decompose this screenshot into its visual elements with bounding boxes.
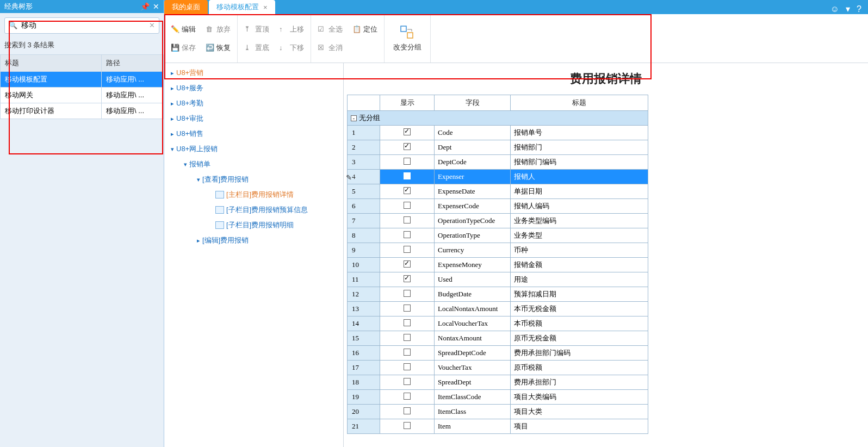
grid-row[interactable]: 17VoucherTax原币税额 xyxy=(348,361,648,375)
tree-item[interactable]: ▸U8+销售 xyxy=(164,126,343,141)
search-result-row[interactable]: 移动打印设计器移动应用\ ... xyxy=(1,103,164,119)
show-checkbox-cell[interactable] xyxy=(380,405,435,419)
checkbox-icon[interactable] xyxy=(404,246,411,253)
checkbox-icon[interactable] xyxy=(404,158,411,165)
grid-row[interactable]: 14LocalVoucherTax本币税额 xyxy=(348,316,648,331)
group-row[interactable]: -无分组 xyxy=(348,111,648,126)
grid-row[interactable]: 21Item项目 xyxy=(348,419,648,434)
collapse-icon[interactable]: - xyxy=(351,115,357,121)
checkbox-icon[interactable] xyxy=(404,202,411,209)
grid-row[interactable]: 6ExpenserCode报销人编码 xyxy=(348,199,648,214)
tree-item[interactable]: [子栏目]费用报销预算信息 xyxy=(164,202,343,218)
down-button[interactable]: ↓下移 xyxy=(276,41,307,55)
grid-row[interactable]: 7OperationTypeCode业务类型编码 xyxy=(348,214,648,228)
checkbox-icon[interactable] xyxy=(404,216,411,223)
show-checkbox-cell[interactable] xyxy=(380,287,435,302)
grid-row[interactable]: 5ExpenseDate单据日期 xyxy=(348,184,648,199)
save-button[interactable]: 💾保存 xyxy=(168,41,199,55)
show-checkbox-cell[interactable] xyxy=(380,361,435,375)
grid-row[interactable]: 2Dept报销部门 xyxy=(348,140,648,155)
grid-row[interactable]: 20ItemClass项目大类 xyxy=(348,405,648,419)
show-checkbox-cell[interactable] xyxy=(380,155,435,170)
search-result-row[interactable]: 移动模板配置移动应用\ ... xyxy=(1,72,164,88)
checkbox-icon[interactable] xyxy=(404,319,411,326)
tree-item[interactable]: ▸U8+服务 xyxy=(164,80,343,96)
show-checkbox-cell[interactable] xyxy=(380,214,435,228)
checkbox-icon[interactable] xyxy=(404,260,411,268)
discard-button[interactable]: 🗑放弃 xyxy=(202,22,234,36)
checkbox-icon[interactable] xyxy=(404,349,411,356)
grid-row[interactable]: 13LocalNontaxAmount本币无税金额 xyxy=(348,302,648,316)
help-icon[interactable]: ? xyxy=(857,4,861,14)
show-checkbox-cell[interactable] xyxy=(380,140,435,155)
show-checkbox-cell[interactable] xyxy=(380,302,435,316)
tab-移动模板配置[interactable]: 移动模板配置× xyxy=(209,0,275,14)
pin-icon[interactable]: 📌 xyxy=(140,2,150,11)
grid-row[interactable]: 4✎Expenser报销人 xyxy=(348,170,648,184)
checkbox-icon[interactable] xyxy=(404,422,411,429)
show-checkbox-cell[interactable] xyxy=(380,419,435,434)
search-result-row[interactable]: 移动网关移动应用\ ... xyxy=(1,88,164,103)
tree-caret-icon[interactable]: ▾ xyxy=(195,176,202,183)
checkbox-icon[interactable] xyxy=(404,275,411,282)
show-checkbox-cell[interactable] xyxy=(380,184,435,199)
tree-item[interactable]: [主栏目]费用报销详情 xyxy=(164,187,343,202)
grid-row[interactable]: 12BudgetDate预算扣减日期 xyxy=(348,287,648,302)
tree-caret-icon[interactable]: ▾ xyxy=(182,161,189,168)
grid-row[interactable]: 15NontaxAmount原币无税金额 xyxy=(348,331,648,346)
tree-caret-icon[interactable]: ▸ xyxy=(169,131,176,138)
grid-row[interactable]: 10ExpenseMoney报销金额 xyxy=(348,258,648,272)
grid-row[interactable]: 11Used用途 xyxy=(348,272,648,287)
show-checkbox-cell[interactable] xyxy=(380,346,435,361)
checkbox-icon[interactable] xyxy=(404,305,411,312)
show-checkbox-cell[interactable] xyxy=(380,331,435,346)
show-checkbox-cell[interactable] xyxy=(380,272,435,287)
checkbox-icon[interactable] xyxy=(404,363,411,370)
show-checkbox-cell[interactable] xyxy=(380,258,435,272)
checkbox-icon[interactable] xyxy=(404,393,411,400)
search-input[interactable] xyxy=(4,17,159,34)
tab-close-icon[interactable]: × xyxy=(263,3,268,11)
tree-item[interactable]: ▾[查看]费用报销 xyxy=(164,172,343,187)
close-icon[interactable]: ✕ xyxy=(153,2,159,11)
show-checkbox-cell[interactable] xyxy=(380,390,435,405)
deselect-button[interactable]: ☒全消 xyxy=(314,41,346,55)
tree-item[interactable]: ▸U8+审批 xyxy=(164,111,343,126)
top-button[interactable]: ⤒置顶 xyxy=(241,22,272,36)
checkbox-icon[interactable] xyxy=(404,187,411,194)
grid-row[interactable]: 16SpreadDeptCode费用承担部门编码 xyxy=(348,346,648,361)
tree-item[interactable]: ▸U8+考勤 xyxy=(164,96,343,111)
grid-row[interactable]: 19ItemClassCode项目大类编码 xyxy=(348,390,648,405)
checkbox-icon[interactable] xyxy=(404,407,411,414)
tree-caret-icon[interactable]: ▾ xyxy=(169,146,176,153)
checkbox-icon[interactable] xyxy=(404,143,411,150)
clear-icon[interactable]: ✕ xyxy=(149,21,155,29)
up-button[interactable]: ↑上移 xyxy=(276,22,307,36)
show-checkbox-cell[interactable] xyxy=(380,228,435,243)
checkbox-icon[interactable] xyxy=(404,128,411,135)
show-checkbox-cell[interactable] xyxy=(380,243,435,258)
select-all-button[interactable]: ☑全选 xyxy=(314,22,346,36)
restore-button[interactable]: ↩️恢复 xyxy=(202,41,234,55)
tree-caret-icon[interactable]: ▸ xyxy=(169,115,176,122)
tree-item[interactable]: ▾报销单 xyxy=(164,157,343,172)
tree-caret-icon[interactable]: ▸ xyxy=(169,70,176,77)
tree-caret-icon[interactable]: ▸ xyxy=(169,100,176,107)
tree-caret-icon[interactable]: ▸ xyxy=(169,85,176,92)
show-checkbox-cell[interactable] xyxy=(380,199,435,214)
grid-row[interactable]: 9Currency币种 xyxy=(348,243,648,258)
checkbox-icon[interactable] xyxy=(404,378,411,385)
show-checkbox-cell[interactable] xyxy=(380,170,435,184)
tree-item[interactable]: ▾U8+网上报销 xyxy=(164,141,343,157)
tree-caret-icon[interactable]: ▸ xyxy=(195,237,202,244)
dropdown-icon[interactable]: ▾ xyxy=(846,4,850,14)
change-group-button[interactable]: 改变分组 xyxy=(385,21,430,57)
tab-我的桌面[interactable]: 我的桌面 xyxy=(164,0,208,14)
grid-row[interactable]: 3DeptCode报销部门编码 xyxy=(348,155,648,170)
grid-row[interactable]: 1Code报销单号 xyxy=(348,126,648,140)
locate-button[interactable]: 📋定位 xyxy=(349,22,381,36)
tree-item[interactable]: ▸[编辑]费用报销 xyxy=(164,233,343,248)
checkbox-icon[interactable] xyxy=(404,334,411,341)
checkbox-icon[interactable] xyxy=(404,231,411,238)
show-checkbox-cell[interactable] xyxy=(380,375,435,390)
